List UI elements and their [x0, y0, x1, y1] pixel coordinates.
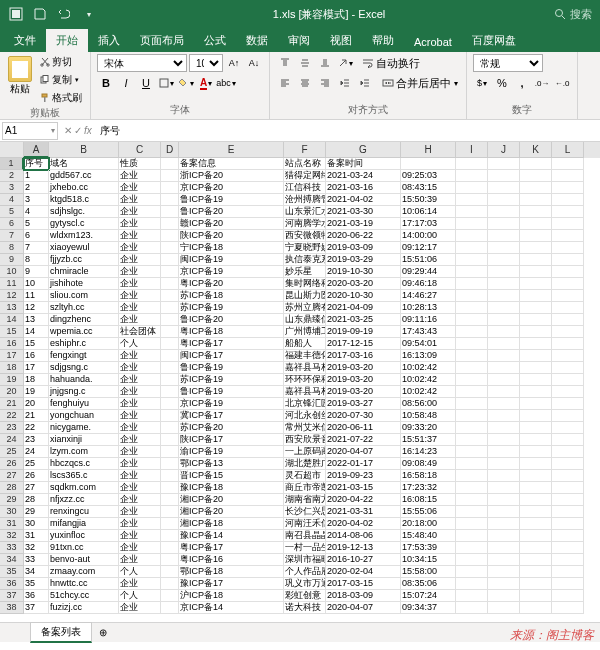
column-headers[interactable]: ABCDEFGHIJKL [24, 142, 600, 158]
cell[interactable]: jnjgsng.c [49, 386, 119, 398]
row-header[interactable]: 35 [0, 566, 24, 578]
cell[interactable]: 粤ICP备16 [179, 554, 284, 566]
cell[interactable]: benvo-aut [49, 554, 119, 566]
cell[interactable]: 企业 [119, 482, 161, 494]
align-left-icon[interactable] [276, 74, 294, 92]
cell[interactable]: 2021-03-16 [326, 182, 401, 194]
cell[interactable] [552, 218, 584, 230]
cell[interactable]: 河南腾学水 [284, 218, 326, 230]
underline-button[interactable]: U [137, 74, 155, 92]
cell[interactable] [520, 578, 552, 590]
row-header[interactable]: 21 [0, 398, 24, 410]
cell[interactable] [520, 254, 552, 266]
cell[interactable] [456, 554, 488, 566]
cell[interactable]: 09:34:37 [401, 602, 456, 614]
cell[interactable] [520, 218, 552, 230]
cell[interactable] [552, 398, 584, 410]
cell[interactable]: gytyscl.c [49, 218, 119, 230]
ribbon-tab-3[interactable]: 页面布局 [130, 29, 194, 52]
cell[interactable] [161, 470, 179, 482]
row-header[interactable]: 10 [0, 266, 24, 278]
cell[interactable]: yongchuan [49, 410, 119, 422]
cell[interactable]: 2019-03-27 [326, 398, 401, 410]
cell[interactable]: 陕ICP备20 [179, 230, 284, 242]
cell[interactable]: eshiphr.c [49, 338, 119, 350]
cell[interactable] [161, 302, 179, 314]
cell[interactable]: 沧州搏腾管 [284, 194, 326, 206]
cell[interactable] [161, 374, 179, 386]
cell[interactable]: 2021-03-25 [326, 314, 401, 326]
search-box[interactable]: 搜索 [554, 7, 592, 22]
cell[interactable]: 鄂ICP备13 [179, 458, 284, 470]
cell[interactable]: 妙乐星 [284, 266, 326, 278]
cell[interactable]: 16:08:15 [401, 494, 456, 506]
col-header[interactable]: I [456, 142, 488, 158]
cell[interactable] [456, 410, 488, 422]
cell[interactable] [488, 290, 520, 302]
cell[interactable]: 企业 [119, 302, 161, 314]
cell[interactable] [161, 578, 179, 590]
cell[interactable] [520, 374, 552, 386]
cell[interactable] [161, 218, 179, 230]
cell[interactable]: 17 [24, 362, 49, 374]
cell[interactable] [488, 278, 520, 290]
cell[interactable]: 企业 [119, 458, 161, 470]
cell[interactable]: 苏ICP备19 [179, 374, 284, 386]
row-header[interactable]: 25 [0, 446, 24, 458]
cell[interactable]: 2014-08-06 [326, 530, 401, 542]
col-header[interactable]: C [119, 142, 161, 158]
cell[interactable] [456, 482, 488, 494]
cell[interactable] [488, 530, 520, 542]
save-icon[interactable] [30, 4, 50, 24]
cell[interactable]: 粤ICP备20 [179, 278, 284, 290]
cell[interactable]: 26 [24, 470, 49, 482]
cell[interactable]: 08:43:15 [401, 182, 456, 194]
cell[interactable]: 站点名称 [284, 158, 326, 170]
ribbon-tab-6[interactable]: 审阅 [278, 29, 320, 52]
cell[interactable] [520, 470, 552, 482]
increase-decimal-icon[interactable]: .0→ [533, 74, 551, 92]
cell[interactable]: 个人 [119, 338, 161, 350]
cell[interactable]: 企业 [119, 422, 161, 434]
cell[interactable] [520, 278, 552, 290]
align-right-icon[interactable] [316, 74, 334, 92]
cell[interactable]: sdjhslgc. [49, 206, 119, 218]
cell[interactable]: nicygame. [49, 422, 119, 434]
select-all-corner[interactable] [0, 142, 24, 158]
cell[interactable] [488, 398, 520, 410]
name-box[interactable]: A1▾ [2, 122, 58, 140]
cell[interactable]: 企业 [119, 182, 161, 194]
cell[interactable]: 1 [24, 170, 49, 182]
cell[interactable] [552, 314, 584, 326]
cell[interactable]: 诺大科技 [284, 602, 326, 614]
cell[interactable]: 嘉祥县马村 [284, 386, 326, 398]
cell[interactable] [520, 338, 552, 350]
cell[interactable]: wldxm123. [49, 230, 119, 242]
cell[interactable] [488, 422, 520, 434]
cell[interactable] [456, 218, 488, 230]
cell[interactable]: 2 [24, 182, 49, 194]
cell[interactable]: 2019-03-29 [326, 254, 401, 266]
fx-icon[interactable]: fx [84, 125, 92, 136]
row-header[interactable]: 5 [0, 206, 24, 218]
cell[interactable] [161, 158, 179, 170]
cell[interactable]: 08:56:00 [401, 398, 456, 410]
cell[interactable]: 2020-06-22 [326, 230, 401, 242]
cell[interactable] [456, 578, 488, 590]
cell[interactable]: 2022-01-17 [326, 458, 401, 470]
cell[interactable] [552, 230, 584, 242]
cell[interactable] [161, 254, 179, 266]
cell[interactable]: 湘ICP备20 [179, 494, 284, 506]
cell[interactable]: 一村一品生 [284, 542, 326, 554]
cell[interactable] [552, 278, 584, 290]
cell[interactable] [456, 350, 488, 362]
wrap-text-button[interactable]: 自动换行 [360, 54, 422, 72]
cell[interactable]: 2018-03-09 [326, 590, 401, 602]
row-header[interactable]: 26 [0, 458, 24, 470]
cell[interactable] [456, 314, 488, 326]
cell[interactable]: 2021-03-15 [326, 482, 401, 494]
percent-icon[interactable]: % [493, 74, 511, 92]
cell[interactable]: 船船人 [284, 338, 326, 350]
sheet-tab[interactable]: 备案列表 [30, 622, 92, 643]
font-color-button[interactable]: A [197, 74, 215, 92]
